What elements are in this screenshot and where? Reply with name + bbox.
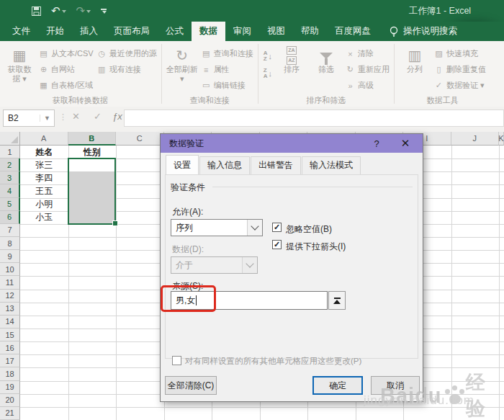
row-header-20[interactable]: 20 [0,394,20,407]
name-box-dropdown-icon[interactable]: ▼ [40,115,54,122]
from-text-csv-button[interactable]: ▤从文本/CSV [38,47,94,61]
formula-input[interactable] [124,110,504,127]
row-header-8[interactable]: 8 [0,237,20,250]
row-header-11[interactable]: 11 [0,276,20,289]
enter-entry-icon[interactable]: ✓ [94,111,102,122]
edit-links-button[interactable]: ▭编辑链接 [201,79,253,92]
row-header-10[interactable]: 10 [0,263,20,276]
row-header-3[interactable]: 3 [0,171,20,184]
dialog-close-button[interactable]: ✕ [391,137,420,150]
fill-handle[interactable] [112,220,118,226]
sort-za-icon[interactable]: ZA↓ [264,68,272,79]
text-to-columns-button[interactable]: ▥分列 [397,43,432,74]
redo-button[interactable]: ↷ [76,4,91,17]
flash-fill-label: 快速填充 [446,48,478,59]
row-header-7[interactable]: 7 [0,224,20,237]
cell-A5[interactable]: 小明 [20,198,68,211]
ignore-blank-checkbox[interactable]: ✓ [272,223,282,232]
ribbon-group-label: 排序和筛选 [259,95,393,106]
row-header-19[interactable]: 19 [0,381,20,394]
redo-icon: ↷ [76,4,86,17]
save-icon[interactable] [32,6,41,16]
filter-button[interactable]: 筛选 [309,43,343,74]
row-header-16[interactable]: 16 [0,341,20,354]
properties-button[interactable]: ≡属性 [201,63,253,76]
row-header-5[interactable]: 5 [0,198,20,211]
tab-帮助[interactable]: 帮助 [293,22,327,41]
cell-A4[interactable]: 王五 [20,184,68,197]
column-header-C[interactable]: C [116,132,164,146]
from-table-range-button[interactable]: ▦自表格/区域 [38,79,94,92]
collapse-dialog-button[interactable] [328,291,346,310]
name-box[interactable]: B2 ▼ [3,110,55,127]
column-header-B[interactable]: B [68,132,117,146]
row-header-21[interactable]: 21 [0,407,20,420]
cell-B1[interactable]: 性别 [68,146,117,158]
advanced-filter-button[interactable]: »高级 [345,79,390,92]
column-header-A[interactable]: A [20,132,68,146]
reapply-button[interactable]: ↻重新应用 [345,63,390,76]
ok-button[interactable]: 确定 [312,376,363,395]
cancel-button[interactable]: 取消 [371,376,420,395]
tab-文件[interactable]: 文件 [4,22,38,41]
quick-access-toolbar: ↶ ↷ [32,4,107,17]
existing-connections-button[interactable]: ▥现有连接 [96,63,157,76]
queries-connections-label: 查询和连接 [214,48,253,59]
cell-A1[interactable]: 姓名 [20,146,68,158]
row-header-4[interactable]: 4 [0,184,20,197]
tell-me-search[interactable]: 操作说明搜索 [389,22,457,41]
flash-fill-button[interactable]: ▨快速填充 [433,47,486,61]
dialog-tab-输入法模式[interactable]: 输入法模式 [302,156,361,174]
select-all-corner[interactable] [0,132,20,146]
row-header-13[interactable]: 13 [0,303,20,316]
refresh-all-button[interactable]: ↻全部刷新 ▾ [165,43,199,84]
cell-A6[interactable]: 小玉 [20,211,68,224]
row-header-1[interactable]: 1 [0,146,20,158]
column-header-J[interactable]: J [451,132,500,146]
chevron-down-icon[interactable] [247,220,262,236]
dialog-tab-出错警告[interactable]: 出错警告 [251,156,301,174]
tab-视图[interactable]: 视图 [259,22,293,41]
row-header-18[interactable]: 18 [0,367,20,380]
row-header-12[interactable]: 12 [0,290,20,303]
tab-页面布局[interactable]: 页面布局 [106,22,158,41]
row-header-17[interactable]: 17 [0,354,20,367]
dialog-help-button[interactable]: ? [362,138,391,149]
tab-百度网盘[interactable]: 百度网盘 [327,22,379,41]
clear-all-button[interactable]: 全部清除(C) [165,376,217,395]
from-table-range-label: 自表格/区域 [51,80,93,91]
from-web-button[interactable]: ⊕自网站 [38,63,94,76]
allow-combobox[interactable]: 序列 [171,219,263,236]
insert-function-icon[interactable]: ƒx [112,111,122,122]
dialog-tab-输入信息[interactable]: 输入信息 [199,156,250,174]
red-highlight-annotation [161,285,216,312]
dialog-tab-设置[interactable]: 设置 [166,155,199,174]
tab-数据[interactable]: 数据 [192,22,225,41]
customize-qat-button[interactable] [101,9,107,14]
tab-插入[interactable]: 插入 [72,22,106,41]
undo-button[interactable]: ↶ [51,4,66,17]
filter-icon [320,46,333,65]
remove-duplicates-button[interactable]: ▯删除重复值 [433,63,486,76]
row-header-6[interactable]: 6 [0,211,20,224]
cancel-entry-icon[interactable]: ✕ [72,111,80,122]
recent-sources-button[interactable]: ◷最近使用的源 [96,47,157,61]
row-header-2[interactable]: 2 [0,158,20,171]
sort-button[interactable]: ZAAZ排序 [274,43,309,74]
tab-开始[interactable]: 开始 [38,22,72,41]
sort-az-icon[interactable]: AZ↓ [264,50,272,62]
row-header-15[interactable]: 15 [0,329,20,341]
cell-A2[interactable]: 张三 [20,158,68,171]
tab-审阅[interactable]: 审阅 [225,22,259,41]
clear-filter-button[interactable]: ×清除 [345,47,390,61]
row-header-9[interactable]: 9 [0,250,20,263]
queries-connections-button[interactable]: ▤查询和连接 [201,47,253,61]
column-header-K[interactable]: K [499,132,504,146]
apply-all-checkbox[interactable] [172,356,181,365]
tab-公式[interactable]: 公式 [158,22,192,41]
row-header-14[interactable]: 14 [0,316,20,329]
data-validation-button[interactable]: ✓数据验证 ▾ [433,79,486,92]
cell-A3[interactable]: 李四 [20,171,68,184]
in-cell-dropdown-checkbox[interactable]: ✓ [272,240,282,249]
get-data-button[interactable]: ▦获取数 据 ▾ [2,43,37,84]
